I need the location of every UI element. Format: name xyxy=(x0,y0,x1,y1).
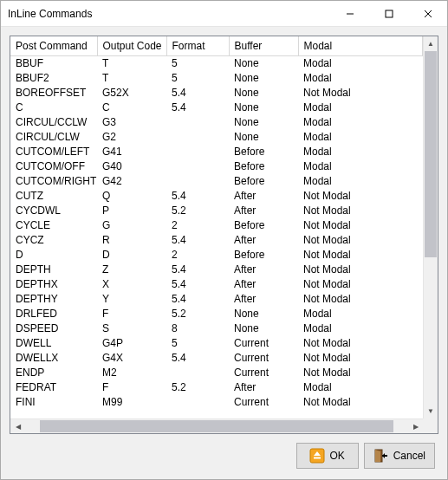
table-row[interactable]: CIRCUL/CLWG2NoneModal xyxy=(10,130,423,145)
cell: G2 xyxy=(97,130,166,145)
table-row[interactable]: DD2BeforeNot Modal xyxy=(10,248,423,263)
horizontal-scrollbar[interactable]: ◀ ▶ xyxy=(10,418,423,433)
cell: G40 xyxy=(97,159,166,174)
cell: T xyxy=(97,56,166,71)
cell: Before xyxy=(229,248,298,263)
table-row[interactable]: CYCLEG2BeforeNot Modal xyxy=(10,218,423,233)
scroll-right-button[interactable]: ▶ xyxy=(408,419,423,433)
maximize-button[interactable] xyxy=(369,1,408,26)
scroll-left-button[interactable]: ◀ xyxy=(10,419,25,433)
scroll-down-button[interactable]: ▼ xyxy=(424,404,438,418)
cell: Modal xyxy=(298,130,423,145)
cell: D xyxy=(97,248,166,263)
table-row[interactable]: DSPEEDS8NoneModal xyxy=(10,321,423,336)
table-row[interactable]: DWELLG4P5CurrentNot Modal xyxy=(10,336,423,351)
cell: DEPTHX xyxy=(10,277,97,292)
cell xyxy=(166,130,229,145)
col-header-modal[interactable]: Modal xyxy=(298,36,423,56)
cell: Not Modal xyxy=(298,263,423,277)
cell: Not Modal xyxy=(298,277,423,292)
cell: G xyxy=(97,218,166,233)
cell: G3 xyxy=(97,115,166,130)
client-area: Post Command Output Code Format Buffer M… xyxy=(1,27,447,479)
minimize-button[interactable] xyxy=(330,1,369,26)
cell: C xyxy=(10,101,97,115)
cell xyxy=(166,395,229,410)
cell: Current xyxy=(229,351,298,366)
table-row[interactable]: DEPTHXX5.4AfterNot Modal xyxy=(10,277,423,292)
table-row[interactable]: BOREOFFSETG52X5.4NoneNot Modal xyxy=(10,86,423,101)
cell: After xyxy=(229,204,298,218)
table-row[interactable]: DRLFEDF5.2NoneModal xyxy=(10,307,423,321)
cell: None xyxy=(229,115,298,130)
table-row[interactable]: CUTCOM/LEFTG41BeforeModal xyxy=(10,145,423,159)
cell: 2 xyxy=(166,218,229,233)
table-row[interactable]: ENDPM2CurrentNot Modal xyxy=(10,366,423,380)
vertical-scrollbar[interactable]: ▲ ▼ xyxy=(423,36,438,418)
cell: G4P xyxy=(97,336,166,351)
grid-body[interactable]: Post Command Output Code Format Buffer M… xyxy=(10,36,423,418)
col-header-post-command[interactable]: Post Command xyxy=(10,36,97,56)
table-row[interactable]: FEDRATF5.2AfterModal xyxy=(10,380,423,395)
cell: S xyxy=(97,321,166,336)
table-row[interactable]: CUTCOM/OFFG40BeforeModal xyxy=(10,159,423,174)
vertical-scroll-thumb[interactable] xyxy=(425,51,437,257)
table-row[interactable]: BBUF2T5NoneModal xyxy=(10,71,423,86)
titlebar-buttons xyxy=(330,1,447,26)
commands-table: Post Command Output Code Format Buffer M… xyxy=(10,36,423,410)
eject-icon xyxy=(309,448,325,464)
table-row[interactable]: DWELLXG4X5.4CurrentNot Modal xyxy=(10,351,423,366)
horizontal-scroll-thumb[interactable] xyxy=(40,420,393,432)
table-row[interactable]: CYCDWLP5.2AfterNot Modal xyxy=(10,204,423,218)
col-header-output-code[interactable]: Output Code xyxy=(97,36,166,56)
cell: 5.4 xyxy=(166,189,229,204)
col-header-format[interactable]: Format xyxy=(166,36,229,56)
cell: 5 xyxy=(166,56,229,71)
cell: After xyxy=(229,292,298,307)
cell: Modal xyxy=(298,321,423,336)
cell: After xyxy=(229,380,298,395)
cell: Before xyxy=(229,159,298,174)
scroll-up-button[interactable]: ▲ xyxy=(424,36,438,51)
cell: Not Modal xyxy=(298,218,423,233)
cell: Modal xyxy=(298,115,423,130)
table-row[interactable]: DEPTHYY5.4AfterNot Modal xyxy=(10,292,423,307)
table-row[interactable]: DEPTHZ5.4AfterNot Modal xyxy=(10,263,423,277)
cell: CIRCUL/CLW xyxy=(10,130,97,145)
cell: Not Modal xyxy=(298,366,423,380)
cell: 5 xyxy=(166,336,229,351)
cell: BBUF2 xyxy=(10,71,97,86)
cell: D xyxy=(10,248,97,263)
cell: G4X xyxy=(97,351,166,366)
cell xyxy=(166,145,229,159)
col-header-buffer[interactable]: Buffer xyxy=(229,36,298,56)
table-row[interactable]: CUTCOM/RIGHTG42BeforeModal xyxy=(10,174,423,189)
table-row[interactable]: FINIM99CurrentNot Modal xyxy=(10,395,423,410)
grid: Post Command Output Code Format Buffer M… xyxy=(10,36,438,434)
cell: 5.4 xyxy=(166,101,229,115)
table-row[interactable]: CIRCUL/CCLWG3NoneModal xyxy=(10,115,423,130)
table-row[interactable]: CUTZQ5.4AfterNot Modal xyxy=(10,189,423,204)
cell: None xyxy=(229,56,298,71)
table-row[interactable]: CYCZR5.4AfterNot Modal xyxy=(10,233,423,248)
cell: None xyxy=(229,71,298,86)
cell: Modal xyxy=(298,56,423,71)
cell: Y xyxy=(97,292,166,307)
cell: M99 xyxy=(97,395,166,410)
close-button[interactable] xyxy=(408,1,447,26)
svg-rect-6 xyxy=(314,457,321,459)
cell: FINI xyxy=(10,395,97,410)
table-row[interactable]: BBUFT5NoneModal xyxy=(10,56,423,71)
cell: 5 xyxy=(166,71,229,86)
table-row[interactable]: CC5.4NoneModal xyxy=(10,101,423,115)
cell: 2 xyxy=(166,248,229,263)
svg-marker-8 xyxy=(375,450,380,462)
cell: F xyxy=(97,380,166,395)
cell: Modal xyxy=(298,380,423,395)
cancel-button[interactable]: Cancel xyxy=(364,443,435,469)
cell: 5.4 xyxy=(166,263,229,277)
ok-button[interactable]: OK xyxy=(296,443,359,469)
cell xyxy=(166,174,229,189)
cell: Not Modal xyxy=(298,395,423,410)
cell: 5.4 xyxy=(166,292,229,307)
